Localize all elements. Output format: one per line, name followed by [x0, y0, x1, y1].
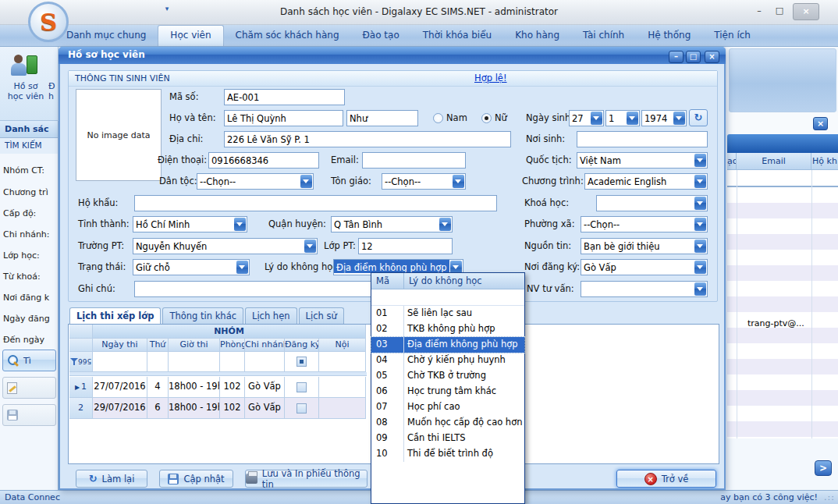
tab-lich-hen[interactable]: Lịch hẹn: [245, 307, 297, 324]
nv-tu-van-combo[interactable]: [581, 281, 708, 297]
phuong-xa-combo[interactable]: --Chọn--: [581, 216, 708, 232]
birth-month-combo[interactable]: 1: [605, 110, 640, 126]
trang-thai-combo[interactable]: Giữ chỗ: [133, 259, 250, 275]
bg-col-lien-lac[interactable]: ạc: [727, 153, 737, 169]
menu-tien-ich[interactable]: Tiện ích: [702, 25, 762, 46]
chevron-down-icon[interactable]: [453, 175, 464, 188]
cap-nhat-button[interactable]: Cập nhật: [159, 470, 233, 488]
sidebar-tab-danh-sach[interactable]: Danh sác: [0, 121, 59, 138]
schedule-row-1[interactable]: ▶1 27/07/2016 4 18h00 - 19h00 102 Gò Vấp: [69, 377, 366, 398]
dialog-titlebar[interactable]: Hồ sơ học viên: [59, 47, 726, 64]
lop-pt-input[interactable]: [358, 238, 453, 254]
menu-he-thong[interactable]: Hệ thống: [636, 25, 702, 46]
ten-input[interactable]: [346, 110, 418, 126]
dang-ky-checkbox[interactable]: [296, 403, 307, 413]
ma-so-input[interactable]: [224, 89, 345, 105]
menu-danh-muc-chung[interactable]: Danh mục chung: [55, 25, 158, 46]
radio-nam[interactable]: [433, 113, 443, 123]
dialog-close-button[interactable]: ×: [705, 51, 719, 63]
bg-col-ho-khau[interactable]: Hộ kh: [811, 153, 838, 169]
dropdown-item-10[interactable]: 10Thi để biết trình độ: [371, 446, 524, 462]
col-noi-dung[interactable]: Nội: [319, 339, 366, 352]
menu-cham-soc-khach-hang[interactable]: Chăm sóc khách hàng: [224, 25, 351, 46]
resize-grip-icon[interactable]: .::: [824, 492, 835, 502]
schedule-row-2[interactable]: 2 29/07/2016 6 18h00 - 19h00 102 Gò Vấp: [69, 398, 366, 419]
window-maximize-button[interactable]: □: [771, 5, 788, 19]
chevron-down-icon[interactable]: [439, 218, 451, 231]
email-input[interactable]: [362, 152, 466, 169]
quick-access-dropdown-icon[interactable]: ▾: [161, 5, 173, 16]
chevron-down-icon[interactable]: [694, 282, 706, 296]
col-gio-thi[interactable]: Giờ thi: [169, 339, 220, 352]
menu-hoc-vien[interactable]: Học viên: [158, 25, 223, 46]
quan-huyen-combo[interactable]: Q Tân Bình: [331, 216, 453, 232]
chevron-down-icon[interactable]: [694, 197, 706, 210]
khoa-hoc-combo[interactable]: [596, 195, 708, 211]
dropdown-item-07[interactable]: 07Học phí cao: [371, 399, 524, 415]
lam-lai-button[interactable]: ↻ Làm lại: [76, 470, 147, 488]
window-close-button[interactable]: ×: [793, 3, 819, 20]
photo-placeholder[interactable]: No image data: [76, 89, 162, 181]
menu-tai-chinh[interactable]: Tài chính: [571, 25, 636, 46]
ribbon-hoso-hocvien-button[interactable]: Hồ sơ học viên Đ h: [0, 47, 59, 121]
dropdown-item-02[interactable]: 02TKB không phù hợp: [371, 321, 524, 337]
tinh-thanh-combo[interactable]: Hồ Chí Minh: [133, 216, 247, 232]
quoc-tich-combo[interactable]: Việt Nam: [577, 152, 708, 169]
chevron-down-icon[interactable]: [694, 154, 706, 167]
chevron-down-icon[interactable]: [591, 112, 602, 125]
dialog-maximize-button[interactable]: □: [686, 51, 701, 63]
dia-chi-input[interactable]: [224, 131, 511, 147]
noi-dang-ky-combo[interactable]: Gò Vấp: [581, 259, 708, 275]
menu-kho-hang[interactable]: Kho hàng: [503, 25, 571, 46]
chevron-down-icon[interactable]: [236, 261, 248, 274]
col-ngay-thi[interactable]: Ngày thi: [93, 339, 147, 352]
col-phong[interactable]: Phòng: [220, 339, 245, 352]
nguon-tin-combo[interactable]: Bạn bè giới thiệu: [581, 238, 708, 254]
noi-sinh-input[interactable]: [577, 131, 708, 147]
chevron-down-icon[interactable]: [694, 261, 706, 274]
dropdown-item-09[interactable]: 09Cần thi IELTS: [371, 431, 524, 446]
app-logo[interactable]: S: [28, 2, 69, 42]
chevron-down-icon[interactable]: [694, 218, 706, 231]
sidebar-save-button[interactable]: [2, 404, 56, 426]
dropdown-item-04[interactable]: 04Chờ ý kiến phụ huynh: [371, 353, 524, 368]
col-dang-ky[interactable]: Đăng ký: [285, 339, 319, 352]
dan-toc-combo[interactable]: --Chọn--: [197, 173, 314, 190]
ho-ten-input[interactable]: [224, 110, 343, 126]
sidebar-edit-button[interactable]: [2, 377, 56, 399]
ribbon-partial-button[interactable]: Đ h: [48, 81, 59, 101]
chevron-down-icon[interactable]: [234, 218, 246, 231]
dropdown-blank-row[interactable]: [371, 289, 524, 306]
birthdate-refresh-button[interactable]: ↻: [689, 109, 708, 126]
ton-giao-combo[interactable]: --Chọn--: [382, 173, 466, 190]
sidebar-search-button[interactable]: Tì: [2, 350, 56, 371]
filter-icon[interactable]: [70, 357, 78, 365]
menu-thoi-khoa-bieu[interactable]: Thời khóa biểu: [411, 25, 503, 46]
bg-col-email[interactable]: Email: [737, 153, 811, 169]
chevron-down-icon[interactable]: [627, 112, 638, 125]
chevron-down-icon[interactable]: [694, 175, 706, 188]
dropdown-item-05[interactable]: 05Chờ TKB ở trường: [371, 368, 524, 384]
scroll-right-button[interactable]: >: [815, 460, 832, 476]
chevron-down-icon[interactable]: [673, 112, 685, 125]
chevron-down-icon[interactable]: [694, 240, 706, 253]
tab-lich-thi-xep-lop[interactable]: Lịch thi xếp lớp: [69, 307, 161, 324]
chevron-down-icon[interactable]: [304, 240, 316, 253]
dialog-minimize-button[interactable]: –: [669, 51, 684, 63]
dropdown-item-03-selected[interactable]: 03Địa điểm không phù hợp: [371, 337, 524, 353]
chuong-trinh-combo[interactable]: Academic English: [584, 173, 708, 190]
panel-close-button[interactable]: ×: [813, 117, 828, 130]
birth-day-combo[interactable]: 27: [569, 110, 604, 126]
window-minimize-button[interactable]: –: [751, 5, 768, 19]
dropdown-item-01[interactable]: 01Sẽ liên lạc sau: [371, 306, 524, 321]
menu-dao-tao[interactable]: Đào tạo: [351, 25, 411, 46]
truong-pt-combo[interactable]: Nguyễn Khuyến: [133, 238, 318, 254]
tro-ve-button[interactable]: × Trở về: [616, 470, 716, 488]
birth-year-combo[interactable]: 1974: [641, 110, 687, 126]
dropdown-item-06[interactable]: 06Học trung tâm khác: [371, 384, 524, 399]
luu-va-in-button[interactable]: Lưu và In phiếu thông tin: [245, 470, 368, 488]
dropdown-item-08[interactable]: 08Muốn học cấp độ cao hơn: [371, 415, 524, 431]
tab-lich-su[interactable]: Lịch sử: [299, 307, 344, 324]
radio-nu[interactable]: [481, 113, 492, 123]
dang-ky-checkbox[interactable]: [296, 382, 307, 392]
